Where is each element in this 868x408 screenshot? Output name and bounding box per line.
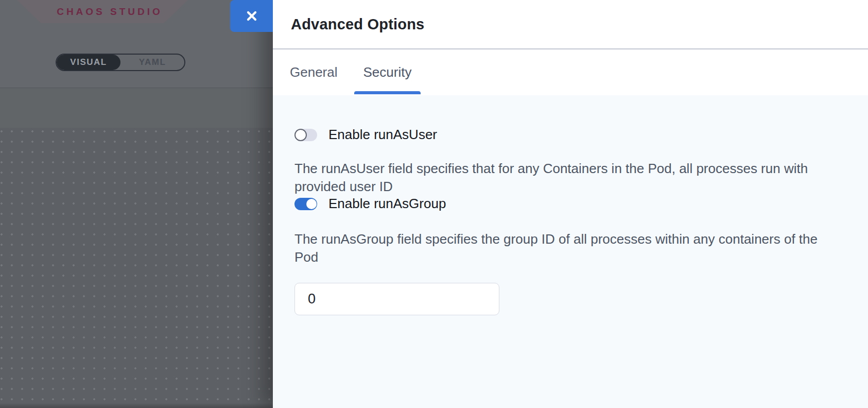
yaml-toggle-button[interactable]: YAML	[120, 55, 184, 70]
visual-yaml-toggle[interactable]: VISUAL YAML	[56, 54, 185, 71]
screen: CHAOS STUDIO VISUAL YAML Advanced Option…	[0, 0, 868, 408]
run-as-group-label: Enable runAsGroup	[328, 196, 446, 212]
tab-security[interactable]: Security	[354, 49, 421, 95]
canvas-bottom-shade	[0, 403, 273, 408]
toggle-knob	[294, 129, 307, 141]
brand-banner: CHAOS STUDIO	[17, 0, 188, 23]
brand-title: CHAOS STUDIO	[42, 6, 163, 18]
chaos-studio-canvas: CHAOS STUDIO VISUAL YAML	[0, 0, 273, 408]
pipeline-dot-grid-canvas	[0, 128, 273, 408]
drawer-title: Advanced Options	[291, 16, 424, 33]
run-as-user-description: The runAsUser field specifies that for a…	[294, 160, 832, 196]
run-as-group-value-input[interactable]	[294, 283, 499, 315]
run-as-group-description: The runAsGroup field specifies the group…	[294, 230, 832, 266]
drawer-tabs: General Security	[273, 49, 868, 95]
run-as-user-row: Enable runAsUser	[294, 127, 846, 143]
canvas-subheader-band	[0, 89, 273, 128]
drawer-header: Advanced Options	[273, 0, 868, 49]
advanced-options-drawer: Advanced Options General Security Enable…	[273, 0, 868, 408]
run-as-group-toggle[interactable]	[294, 198, 317, 210]
drawer-close-button[interactable]	[230, 0, 273, 32]
run-as-group-row: Enable runAsGroup	[294, 196, 846, 212]
run-as-user-label: Enable runAsUser	[328, 127, 437, 143]
security-tab-panel: Enable runAsUser The runAsUser field spe…	[273, 95, 868, 408]
tab-general[interactable]: General	[281, 49, 347, 95]
close-icon	[245, 9, 258, 23]
visual-toggle-button[interactable]: VISUAL	[57, 55, 120, 70]
run-as-user-toggle[interactable]	[294, 129, 317, 141]
toggle-knob	[306, 199, 317, 209]
